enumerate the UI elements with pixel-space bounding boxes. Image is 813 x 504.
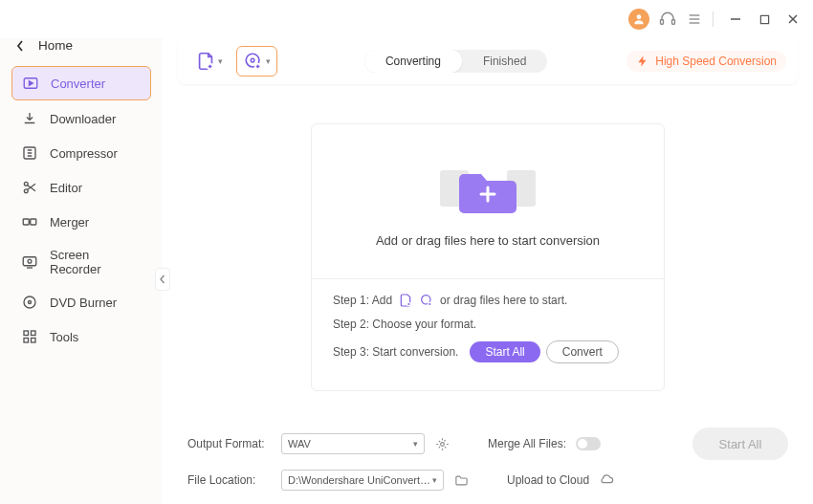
footer: Output Format: WAV ▾ Merge All Files: St…	[178, 420, 798, 491]
high-speed-label: High Speed Conversion	[655, 55, 777, 68]
chevron-left-icon	[159, 274, 166, 284]
step1-suffix: or drag files here to start.	[440, 294, 567, 307]
compress-icon	[21, 144, 38, 162]
divider	[713, 11, 714, 27]
sidebar-item-label: Merger	[50, 215, 89, 230]
chevron-down-icon: ▾	[218, 56, 223, 66]
chevron-down-icon: ▾	[432, 475, 437, 485]
add-dvd-button[interactable]: ▾	[236, 46, 277, 77]
sidebar-item-label: Compressor	[50, 146, 118, 161]
sidebar: Home Converter Downloader Compressor Edi…	[0, 38, 163, 504]
disc-plus-icon[interactable]	[419, 293, 434, 308]
file-location-label: File Location:	[187, 473, 272, 487]
chevron-down-icon: ▾	[413, 439, 418, 449]
content-area: Add or drag files here to start conversi…	[178, 94, 798, 420]
svg-rect-7	[760, 15, 768, 23]
menu-icon[interactable]	[686, 11, 703, 28]
tab-finished[interactable]: Finished	[462, 50, 547, 73]
user-avatar-icon[interactable]	[628, 9, 649, 30]
convert-pill[interactable]: Convert	[546, 340, 619, 363]
sidebar-item-label: Tools	[50, 330, 78, 344]
svg-point-12	[24, 182, 28, 186]
download-icon	[21, 110, 38, 127]
svg-point-0	[637, 14, 642, 19]
sidebar-item-compressor[interactable]: Compressor	[11, 137, 151, 169]
upload-cloud-label: Upload to Cloud	[507, 473, 589, 487]
svg-rect-14	[23, 219, 29, 225]
sidebar-item-label: Downloader	[50, 112, 116, 126]
home-label: Home	[38, 38, 73, 53]
svg-rect-16	[23, 257, 36, 266]
sidebar-item-editor[interactable]: Editor	[11, 171, 151, 204]
sidebar-item-screen-recorder[interactable]: Screen Recorder	[11, 240, 151, 284]
svg-rect-15	[31, 219, 36, 225]
drop-zone-title: Add or drag files here to start conversi…	[376, 233, 600, 248]
cloud-icon[interactable]	[599, 472, 614, 488]
high-speed-conversion-button[interactable]: High Speed Conversion	[626, 51, 786, 72]
sidebar-item-label: Converter	[51, 77, 105, 91]
svg-rect-2	[672, 20, 675, 25]
divider	[312, 278, 664, 279]
disc-plus-icon	[243, 51, 264, 72]
file-plus-icon[interactable]	[398, 293, 413, 308]
svg-point-33	[440, 442, 444, 446]
sidebar-collapse-handle[interactable]	[155, 268, 170, 291]
sidebar-item-downloader[interactable]: Downloader	[11, 102, 151, 135]
file-plus-icon	[195, 51, 216, 72]
output-format-label: Output Format:	[187, 437, 272, 450]
lightning-icon	[636, 55, 649, 68]
step-3: Step 3: Start conversion. Start All Conv…	[333, 340, 643, 363]
sidebar-item-tools[interactable]: Tools	[11, 320, 151, 353]
svg-point-18	[24, 296, 35, 308]
step3-text: Step 3: Start conversion.	[333, 345, 458, 359]
disc-icon	[21, 294, 38, 311]
svg-point-19	[29, 301, 32, 304]
minimize-button[interactable]	[729, 12, 742, 26]
svg-point-13	[24, 189, 28, 193]
chevron-left-icon	[15, 39, 25, 53]
start-all-pill[interactable]: Start All	[470, 341, 539, 362]
step1-prefix: Step 1: Add	[333, 294, 392, 307]
merge-files-label: Merge All Files:	[488, 437, 566, 450]
chevron-down-icon: ▾	[266, 56, 271, 66]
video-converter-icon	[22, 75, 39, 92]
folder-icon[interactable]	[453, 472, 469, 488]
add-file-button[interactable]: ▾	[189, 47, 229, 76]
file-location-value: D:\Wondershare UniConverter 1	[288, 474, 432, 486]
sidebar-item-label: Editor	[50, 181, 82, 195]
maximize-button[interactable]	[758, 12, 771, 26]
sidebar-item-converter[interactable]: Converter	[11, 66, 151, 100]
merge-files-toggle[interactable]	[576, 437, 601, 450]
sidebar-item-merger[interactable]: Merger	[11, 206, 151, 238]
tab-converting[interactable]: Converting	[364, 50, 462, 73]
main-panel: ▾ ▾ Converting Finished High Speed Conve…	[163, 38, 813, 504]
merge-icon	[21, 213, 38, 230]
output-format-select[interactable]: WAV ▾	[281, 433, 425, 454]
svg-rect-22	[24, 339, 29, 343]
close-button[interactable]	[786, 12, 800, 26]
toolbar: ▾ ▾ Converting Finished High Speed Conve…	[178, 38, 798, 84]
output-format-value: WAV	[288, 438, 311, 449]
svg-point-26	[251, 58, 254, 62]
step-1: Step 1: Add or drag files here to start.	[333, 293, 643, 308]
headset-icon[interactable]	[659, 11, 676, 28]
svg-rect-21	[32, 331, 36, 336]
svg-rect-1	[661, 20, 664, 25]
drop-zone-card: Add or drag files here to start conversi…	[311, 123, 665, 391]
sidebar-item-dvd-burner[interactable]: DVD Burner	[11, 286, 151, 318]
svg-rect-23	[32, 339, 36, 343]
sidebar-item-label: Screen Recorder	[50, 248, 142, 276]
screen-recorder-icon	[21, 253, 38, 271]
file-location-select[interactable]: D:\Wondershare UniConverter 1 ▾	[281, 470, 444, 491]
sidebar-item-label: DVD Burner	[50, 296, 117, 310]
grid-icon	[21, 328, 38, 345]
tab-segment: Converting Finished	[364, 50, 547, 73]
gear-icon[interactable]	[434, 436, 450, 451]
svg-point-17	[28, 259, 32, 263]
home-link[interactable]: Home	[11, 38, 151, 66]
start-all-button[interactable]: Start All	[692, 427, 788, 460]
drop-zone[interactable]: Add or drag files here to start conversi…	[333, 142, 643, 265]
step-2: Step 2: Choose your format.	[333, 318, 643, 331]
folder-add-icon	[430, 153, 545, 220]
scissors-icon	[21, 179, 38, 196]
